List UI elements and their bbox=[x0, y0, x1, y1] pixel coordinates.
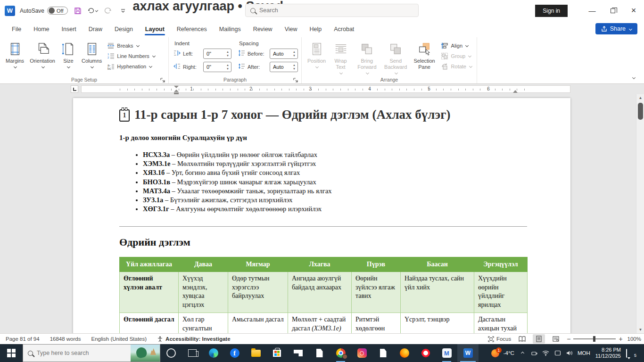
selection-pane-button[interactable]: Selection Pane bbox=[410, 39, 439, 76]
line-numbers-button[interactable]: 12Line Numbers bbox=[107, 52, 155, 60]
spacing-before-stepper[interactable]: ▲▼ bbox=[291, 49, 297, 58]
zoom-in-button[interactable]: + bbox=[619, 337, 622, 341]
zoom-out-button[interactable]: − bbox=[567, 337, 570, 341]
print-layout-button[interactable] bbox=[533, 334, 545, 344]
pen-icon[interactable] bbox=[530, 349, 538, 357]
file-explorer-app[interactable] bbox=[245, 344, 266, 362]
indent-right-stepper[interactable]: ▲▼ bbox=[224, 62, 231, 72]
section-divider bbox=[119, 226, 527, 227]
orientation-button[interactable]: Orientation bbox=[27, 39, 58, 76]
columns-button[interactable]: Columns bbox=[79, 39, 105, 76]
tab-acrobat[interactable]: Acrobat bbox=[329, 23, 359, 36]
vertical-scrollbar[interactable]: ▲ ▼ bbox=[636, 94, 644, 333]
tab-file[interactable]: File bbox=[7, 23, 26, 36]
document-app[interactable] bbox=[309, 344, 330, 362]
autosave-toggle[interactable]: AutoSave Off bbox=[20, 7, 68, 15]
start-button[interactable] bbox=[0, 344, 23, 362]
align-button[interactable]: Align bbox=[441, 41, 472, 49]
volume-icon[interactable] bbox=[566, 349, 573, 357]
titlebar-search[interactable] bbox=[245, 4, 419, 17]
scrollbar-thumb[interactable] bbox=[638, 103, 643, 120]
notification-count: 5 bbox=[634, 353, 637, 358]
schedule-cell: Хүүхдийн өөрийн үйлдлийг ярилцах bbox=[474, 272, 528, 313]
accessibility-status[interactable]: Accessibility: Investigate bbox=[157, 336, 230, 342]
indent-left-field[interactable]: 0" ▲▼ bbox=[203, 49, 231, 59]
spacing-after-stepper[interactable]: ▲▼ bbox=[291, 62, 297, 72]
touchpad-icon[interactable] bbox=[554, 349, 561, 357]
read-mode-button[interactable] bbox=[516, 334, 528, 344]
tab-insert[interactable]: Insert bbox=[57, 23, 82, 36]
notepad-app[interactable] bbox=[372, 344, 394, 362]
tab-mailings[interactable]: Mailings bbox=[214, 23, 246, 36]
m-messenger-app[interactable]: M bbox=[436, 344, 457, 362]
store-icon bbox=[273, 350, 281, 357]
zoom-slider-thumb[interactable] bbox=[593, 336, 595, 342]
focus-button[interactable]: Focus bbox=[488, 336, 511, 342]
word-count[interactable]: 16848 words bbox=[50, 336, 81, 342]
action-center-button[interactable]: 5 bbox=[626, 349, 636, 357]
close-button[interactable]: × bbox=[623, 0, 644, 21]
temperature[interactable]: -4°C bbox=[504, 350, 514, 356]
edge-app[interactable] bbox=[203, 344, 224, 362]
paragraph-dialog-launcher[interactable] bbox=[293, 76, 299, 82]
scroll-up-arrow[interactable]: ▲ bbox=[636, 94, 644, 101]
indent-left-stepper[interactable]: ▲▼ bbox=[224, 49, 231, 58]
spacing-after-field[interactable]: Auto ▲▼ bbox=[270, 62, 298, 72]
opera-app[interactable] bbox=[415, 344, 436, 362]
facebook-app[interactable]: f bbox=[224, 344, 245, 362]
taskbar-search[interactable] bbox=[23, 344, 160, 362]
wifi-icon[interactable] bbox=[542, 349, 550, 357]
zoom-slider[interactable] bbox=[573, 338, 616, 339]
chrome-app[interactable] bbox=[330, 344, 351, 362]
autosave-knob bbox=[49, 8, 55, 14]
hyphenation-button[interactable]: a-bcHyphenation bbox=[107, 62, 155, 70]
minimize-button[interactable]: — bbox=[582, 0, 603, 21]
mail-app[interactable] bbox=[288, 344, 309, 362]
indent-marker-right[interactable] bbox=[513, 90, 518, 93]
collapse-ribbon-button[interactable] bbox=[629, 74, 637, 81]
spacing-before-field[interactable]: Auto ▲▼ bbox=[270, 49, 298, 59]
size-button[interactable]: Size bbox=[58, 39, 79, 76]
weather-alert-icon[interactable]: 1 bbox=[491, 349, 499, 357]
margins-button[interactable]: Margins bbox=[3, 39, 27, 76]
word-app-taskbar[interactable]: W bbox=[457, 344, 479, 362]
document-page[interactable]: 1 11-р сарын 1-р 7 хоног — Өдрийн дэглэм… bbox=[73, 98, 570, 333]
share-button[interactable]: Share bbox=[595, 23, 637, 34]
sign-in-button[interactable]: Sign in bbox=[535, 5, 568, 17]
tab-home[interactable]: Home bbox=[28, 23, 54, 36]
tab-draw[interactable]: Draw bbox=[83, 23, 107, 36]
tab-review[interactable]: Review bbox=[248, 23, 278, 36]
tab-help[interactable]: Help bbox=[305, 23, 327, 36]
indent-marker-left[interactable] bbox=[174, 86, 179, 94]
customize-quick-access-icon[interactable] bbox=[118, 6, 128, 16]
task-view-button[interactable] bbox=[182, 344, 203, 362]
language-indicator[interactable]: English (United States) bbox=[91, 336, 147, 342]
firefox-app[interactable] bbox=[394, 344, 415, 362]
save-icon[interactable] bbox=[73, 6, 83, 16]
tab-layout[interactable]: Layout bbox=[140, 23, 170, 36]
breaks-button[interactable]: Breaks bbox=[107, 41, 155, 49]
outcome-item: ХЭМ3.1е – Мөлхөлтийн төрлүүдийг хэрэглэл… bbox=[143, 159, 527, 168]
page-setup-dialog-launcher[interactable] bbox=[160, 76, 166, 82]
tab-references[interactable]: References bbox=[172, 23, 212, 36]
zoom-level[interactable]: 100% bbox=[627, 336, 641, 342]
scroll-down-arrow[interactable]: ▼ bbox=[636, 326, 644, 333]
input-language[interactable]: MOH bbox=[578, 350, 590, 356]
schedule-cell: Өөрийн зүйлсээ ялгаж тавих bbox=[352, 272, 401, 313]
restore-button[interactable] bbox=[603, 0, 623, 21]
undo-icon[interactable] bbox=[88, 6, 98, 16]
cortana-button[interactable] bbox=[160, 344, 182, 362]
clock[interactable]: 8:26 PM 11/12/2025 bbox=[594, 347, 622, 359]
taskbar-search-input[interactable] bbox=[37, 350, 117, 356]
instagram-app[interactable] bbox=[351, 344, 372, 362]
tab-view[interactable]: View bbox=[280, 23, 303, 36]
indent-right-field[interactable]: 0" ▲▼ bbox=[203, 62, 231, 72]
search-input[interactable] bbox=[259, 7, 413, 14]
page-indicator[interactable]: Page 81 of 94 bbox=[6, 336, 40, 342]
hidden-icons-chevron[interactable] bbox=[519, 349, 526, 357]
search-highlight-image[interactable] bbox=[131, 345, 160, 362]
tab-design[interactable]: Design bbox=[109, 23, 138, 36]
web-layout-button[interactable] bbox=[550, 334, 562, 344]
tab-selector-button[interactable] bbox=[71, 85, 78, 93]
microsoft-store-app[interactable] bbox=[266, 344, 288, 362]
